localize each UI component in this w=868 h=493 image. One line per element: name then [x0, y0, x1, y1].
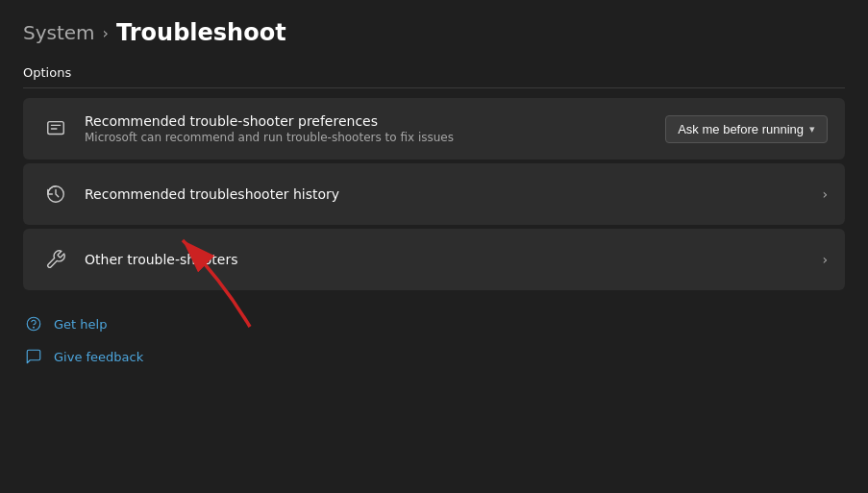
get-help-link[interactable]: Get help [23, 313, 845, 334]
help-icon [23, 313, 44, 334]
option-other-troubleshooters[interactable]: Other trouble-shooters › [23, 229, 845, 290]
option-text-history: Recommended troubleshooter history [85, 186, 822, 202]
dropdown-label: Ask me before running [678, 122, 804, 136]
svg-point-2 [27, 317, 40, 331]
chevron-right-icon-history: › [822, 186, 828, 202]
breadcrumb-system[interactable]: System [23, 21, 95, 44]
give-feedback-label: Give feedback [54, 350, 143, 364]
option-recommended-preferences[interactable]: Recommended trouble-shooter preferences … [23, 98, 845, 160]
message-icon [40, 113, 71, 144]
section-options-title: Options [23, 65, 845, 88]
dropdown-container: Ask me before running ▾ [665, 115, 828, 143]
option-title-history: Recommended troubleshooter history [85, 186, 822, 202]
option-text-other: Other trouble-shooters [85, 252, 822, 267]
wrench-icon [40, 244, 71, 275]
breadcrumb: System › Troubleshoot [23, 19, 845, 46]
svg-rect-0 [48, 122, 64, 135]
option-subtitle-preferences: Microsoft can recommend and run trouble-… [85, 131, 665, 144]
get-help-label: Get help [54, 317, 107, 332]
links-section: Get help Give feedback [23, 313, 845, 367]
feedback-icon [23, 346, 44, 367]
option-text-preferences: Recommended trouble-shooter preferences … [85, 113, 665, 144]
options-list: Recommended trouble-shooter preferences … [23, 98, 845, 290]
chevron-down-icon: ▾ [809, 123, 815, 136]
give-feedback-link[interactable]: Give feedback [23, 346, 845, 367]
chevron-right-container-other: › [822, 252, 828, 267]
chevron-right-icon-other: › [822, 252, 828, 267]
history-icon [40, 179, 71, 210]
option-title-preferences: Recommended trouble-shooter preferences [85, 113, 665, 129]
breadcrumb-separator: › [103, 24, 109, 42]
option-troubleshooter-history[interactable]: Recommended troubleshooter history › [23, 163, 845, 225]
option-title-other: Other trouble-shooters [85, 252, 822, 267]
preferences-dropdown[interactable]: Ask me before running ▾ [665, 115, 828, 143]
page-title: Troubleshoot [116, 19, 286, 46]
chevron-right-container-history: › [822, 186, 828, 202]
